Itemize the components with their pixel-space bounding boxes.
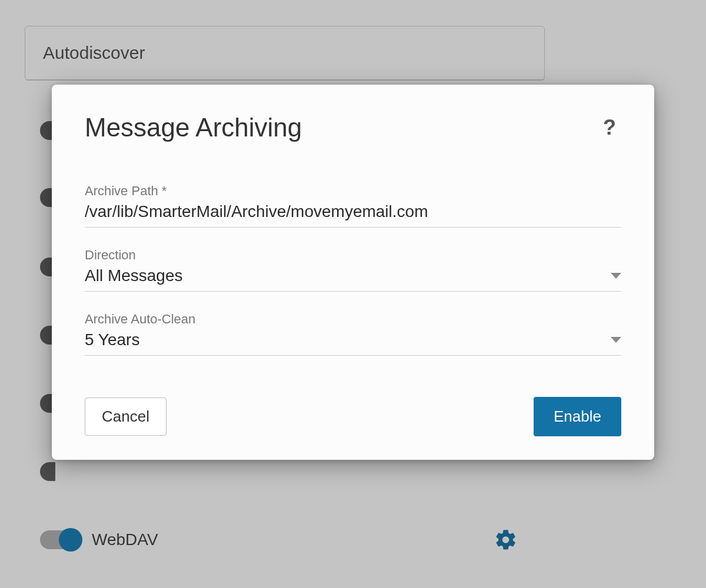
- chevron-down-icon: [611, 273, 621, 279]
- archive-path-input[interactable]: [85, 202, 621, 221]
- modal-footer: Cancel Enable: [85, 397, 621, 436]
- direction-select[interactable]: All Messages: [85, 266, 621, 292]
- message-archiving-modal: Message Archiving ? Archive Path * Direc…: [52, 85, 654, 460]
- enable-button[interactable]: Enable: [534, 397, 621, 436]
- auto-clean-select[interactable]: 5 Years: [85, 330, 621, 356]
- chevron-down-icon: [611, 337, 621, 343]
- archive-path-label: Archive Path *: [85, 183, 621, 199]
- direction-field: Direction All Messages: [85, 248, 621, 292]
- archive-path-input-row: [85, 202, 621, 228]
- archive-path-field: Archive Path *: [85, 183, 621, 228]
- auto-clean-value: 5 Years: [85, 330, 604, 349]
- modal-title: Message Archiving: [85, 113, 302, 142]
- direction-label: Direction: [85, 248, 621, 263]
- direction-value: All Messages: [85, 266, 604, 285]
- modal-header: Message Archiving ?: [85, 113, 621, 142]
- cancel-button[interactable]: Cancel: [85, 397, 166, 436]
- help-icon[interactable]: ?: [598, 115, 621, 140]
- auto-clean-label: Archive Auto-Clean: [85, 312, 621, 327]
- modal-overlay: Message Archiving ? Archive Path * Direc…: [0, 0, 706, 588]
- auto-clean-field: Archive Auto-Clean 5 Years: [85, 312, 621, 356]
